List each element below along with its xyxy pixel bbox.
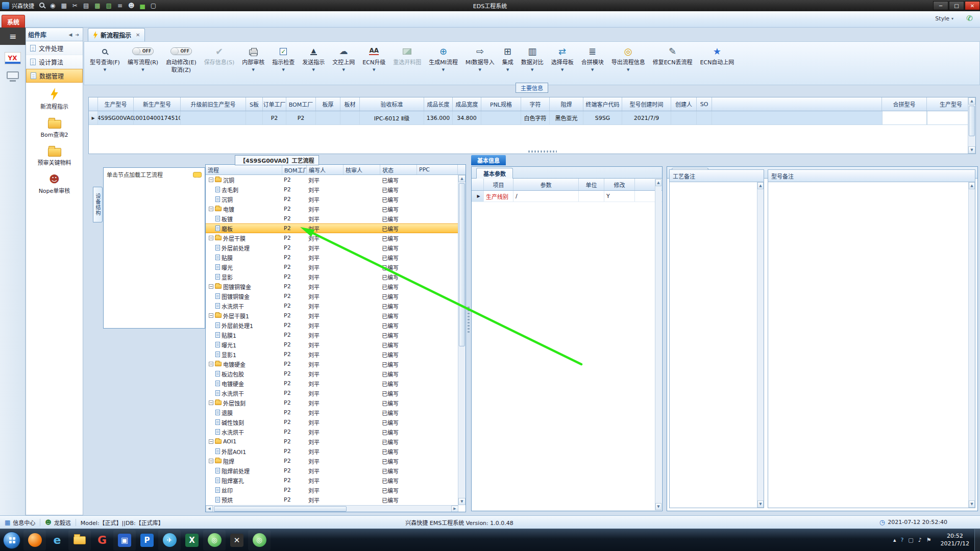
tab-basic-params[interactable]: 基本参数 — [476, 168, 513, 179]
column-header[interactable]: 板材 — [340, 97, 360, 111]
tree-folder-row[interactable]: −沉铜P2刘平已编写 — [206, 175, 458, 185]
pages-icon[interactable]: ▧ — [106, 3, 112, 9]
sidebar-item-2[interactable]: 设计算法 — [26, 55, 83, 69]
splitter-handle[interactable] — [468, 306, 470, 333]
chevron-down-icon[interactable]: ▼ — [561, 68, 564, 72]
column-header[interactable]: 参数 — [513, 179, 579, 190]
tree-leaf-row[interactable]: 碱性蚀刻P2刘平已编写 — [206, 417, 458, 427]
tree-leaf-row[interactable]: 外层前处理1P2刘平已编写 — [206, 320, 458, 330]
building-icon[interactable]: ▤ — [83, 3, 89, 9]
tree-folder-row[interactable]: −电镀硬金P2刘平已编写 — [206, 359, 458, 369]
monitor-icon[interactable] — [5, 71, 20, 82]
column-header[interactable]: 终端客户代码 — [583, 97, 622, 111]
tree-leaf-row[interactable]: 阻焊前处理P2刘平已编写 — [206, 466, 458, 475]
info-center-icon[interactable]: ▦ — [5, 519, 10, 526]
expander-icon[interactable]: − — [209, 284, 213, 289]
tree-leaf-row[interactable]: 外层AOI1P2刘平已编写 — [206, 446, 458, 456]
tree-leaf-row[interactable]: 外层前处理P2刘平已编写 — [206, 243, 458, 253]
column-header[interactable]: 成品长度 — [424, 97, 453, 111]
tree-leaf-row[interactable]: 图镀铜镍金P2刘平已编写 — [206, 291, 458, 301]
tree-leaf-row[interactable]: 显影P2刘平已编写 — [206, 272, 458, 282]
column-header[interactable]: 项目 — [484, 179, 513, 190]
toolbar-button-repair-ecn[interactable]: ✎修复ECN丢流程 — [649, 43, 696, 67]
excel-icon[interactable]: X — [181, 530, 203, 550]
sidebar-shortcut-1[interactable]: 新流程指示 — [40, 88, 68, 110]
tree-leaf-row[interactable]: 磨板P2刘平已编写 — [206, 223, 458, 233]
expander-icon[interactable]: − — [209, 236, 213, 240]
toolbar-button-doc-upload[interactable]: ☁文控上网▼ — [329, 43, 358, 72]
tree-leaf-row[interactable]: 丝印P2刘平已编写 — [206, 485, 458, 495]
chevron-down-icon[interactable]: ▼ — [312, 68, 315, 72]
expander-icon[interactable]: − — [209, 207, 213, 211]
tree-folder-row[interactable]: −外层干膜1P2刘平已编写 — [206, 311, 458, 320]
calculator-icon[interactable]: ▩ — [94, 3, 100, 9]
viewer2-icon[interactable]: ◎ — [248, 530, 271, 550]
maximize-button[interactable]: □ — [949, 1, 964, 10]
column-header[interactable]: 编写人 — [307, 165, 344, 174]
tree-folder-row[interactable]: −外层蚀刻P2刘平已编写 — [206, 398, 458, 408]
main-info-vscrollbar[interactable]: ▲ ▼ — [968, 97, 975, 154]
chevron-down-icon[interactable]: ▼ — [591, 68, 594, 72]
column-header[interactable]: 阻焊 — [550, 97, 583, 111]
toolbar-button-instruction-check[interactable]: ✓指示检查▼ — [268, 43, 298, 72]
scroll-thumb[interactable] — [214, 506, 347, 512]
sidebar-shortcut-4[interactable]: ☻Nope单审核 — [39, 173, 70, 194]
tree-hscrollbar[interactable]: ◀ ▶ — [206, 505, 458, 512]
chevron-down-icon[interactable]: ▼ — [141, 68, 144, 72]
sidebar-item-1[interactable]: 文件处理 — [26, 41, 83, 55]
tree-folder-row[interactable]: −图镀铜镍金P2刘平已编写 — [206, 282, 458, 291]
column-header[interactable]: 型号创建时间 — [622, 97, 671, 111]
hidden-icons-icon[interactable]: ▴ — [893, 537, 896, 543]
toolbar-button-sublabel[interactable]: 取消(Z) — [172, 66, 191, 74]
scroll-up-icon[interactable]: ▲ — [655, 179, 662, 186]
chevron-down-icon[interactable]: ▼ — [627, 68, 629, 72]
tree-leaf-row[interactable]: 退膜P2刘平已编写 — [206, 408, 458, 417]
chevron-down-icon[interactable]: ▼ — [442, 68, 445, 72]
column-header[interactable]: 验收标准 — [360, 97, 424, 111]
scroll-down-icon[interactable]: ▼ — [969, 500, 975, 508]
column-header[interactable]: 新生产型号 — [134, 97, 181, 111]
expander-icon[interactable]: − — [209, 439, 213, 444]
toolbar-button-ecn-upgrade[interactable]: AAECN升级▼ — [359, 43, 389, 72]
menu-toggle-button[interactable]: ≡ — [0, 28, 26, 45]
tree-leaf-row[interactable]: 水洗烘干P2刘平已编写 — [206, 427, 458, 437]
grid-icon[interactable]: ▦ — [61, 3, 66, 9]
save-icon[interactable]: ▣ — [113, 530, 136, 550]
scroll-thumb[interactable] — [459, 183, 465, 346]
tree-folder-row[interactable]: −外层干膜P2刘平已编写 — [206, 233, 458, 243]
scroll-up-icon[interactable]: ▲ — [969, 182, 975, 189]
toolbar-button-integrate[interactable]: ⊞集成▼ — [499, 43, 517, 72]
search-icon[interactable] — [39, 3, 44, 9]
expander-icon[interactable]: − — [209, 459, 213, 463]
network-icon[interactable]: ⚑ — [926, 537, 932, 543]
toolbar-button-data-compare[interactable]: ▥数据对比▼ — [518, 43, 547, 72]
scroll-thumb[interactable] — [969, 106, 975, 136]
splitter-handle[interactable] — [528, 151, 557, 153]
list-icon[interactable]: ≡ — [117, 3, 122, 9]
info-center-label[interactable]: 信息中心 — [13, 518, 35, 527]
collapse-left-icon[interactable]: ◀ — [67, 32, 74, 37]
show-desktop-button[interactable] — [974, 529, 980, 551]
tree-leaf-row[interactable]: 水洗烘干P2刘平已编写 — [206, 301, 458, 311]
monitor-icon[interactable]: ▢ — [151, 3, 156, 9]
column-header[interactable]: PNL规格 — [481, 97, 521, 111]
basic-info-header[interactable]: 基本信息 — [471, 155, 506, 165]
ie-icon[interactable]: e — [46, 530, 68, 550]
close-button[interactable]: ✕ — [965, 1, 980, 10]
column-header[interactable]: BOM工厂 — [286, 97, 316, 111]
tree-leaf-row[interactable]: 贴膜1P2刘平已编写 — [206, 330, 458, 340]
toolbar-button-export-flow[interactable]: ◎导出流程信息▼ — [608, 43, 649, 72]
param-value-cell[interactable]: / — [513, 191, 579, 202]
explorer-icon[interactable] — [68, 530, 91, 550]
toolbar-button-send-instruction[interactable]: ▲发送指示▼ — [299, 43, 328, 72]
basic-params-row[interactable]: ▶ 生产线别 / Y — [472, 191, 662, 202]
chart-icon[interactable]: ▅ — [140, 3, 145, 9]
column-header[interactable]: 修改 — [604, 179, 635, 190]
chevron-down-icon[interactable]: ▼ — [104, 68, 106, 72]
expander-icon[interactable]: − — [209, 362, 213, 366]
tree-leaf-row[interactable]: 水洗烘干P2刘平已编写 — [206, 388, 458, 398]
help-icon[interactable]: ? — [900, 537, 903, 543]
toolbar-button-generate-mi[interactable]: ⊕生成MI流程▼ — [425, 43, 461, 72]
basic-info-vscrollbar[interactable]: ▲ ▼ — [655, 179, 662, 510]
tree-leaf-row[interactable]: 板边包胶P2刘平已编写 — [206, 369, 458, 379]
